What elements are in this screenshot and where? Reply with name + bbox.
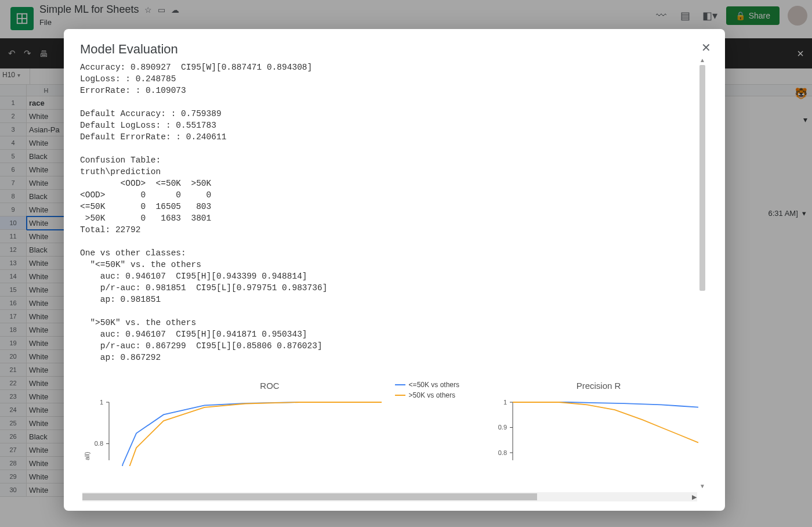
roc-svg: 10.8all) xyxy=(80,396,405,466)
svg-text:1: 1 xyxy=(503,399,507,406)
roc-legend: <=50K vs others >50K vs others xyxy=(395,381,459,402)
h-scroll-thumb[interactable] xyxy=(82,493,537,500)
close-icon[interactable]: ✕ xyxy=(701,41,711,55)
pr-chart: Precision R 10.90.8 xyxy=(488,381,709,468)
scroll-down-icon[interactable]: ▼ xyxy=(698,483,706,491)
svg-text:0.9: 0.9 xyxy=(498,424,507,431)
roc-chart: ROC <=50K vs others >50K vs others 10.8a… xyxy=(80,381,459,468)
pr-svg: 10.90.8 xyxy=(488,396,709,466)
dialog-title: Model Evaluation xyxy=(80,42,709,57)
dialog-scroll-area[interactable]: Accuracy: 0.890927 CI95[W][0.887471 0.89… xyxy=(80,57,709,505)
svg-text:0.8: 0.8 xyxy=(95,440,103,447)
model-evaluation-dialog: Model Evaluation ✕ Accuracy: 0.890927 CI… xyxy=(64,29,725,511)
evaluation-text: Accuracy: 0.890927 CI95[W][0.887471 0.89… xyxy=(80,62,709,363)
svg-text:0.8: 0.8 xyxy=(498,449,507,456)
scroll-up-icon[interactable]: ▲ xyxy=(698,57,706,65)
charts-row: ROC <=50K vs others >50K vs others 10.8a… xyxy=(80,381,709,468)
horizontal-scrollbar[interactable]: ◀ ▶ xyxy=(82,492,697,501)
pr-title: Precision R xyxy=(488,381,709,391)
svg-text:1: 1 xyxy=(100,399,103,406)
vertical-scrollbar[interactable]: ▲ ▼ xyxy=(698,57,706,491)
svg-text:all): all) xyxy=(84,452,90,460)
v-scroll-thumb[interactable] xyxy=(699,65,705,291)
scroll-right-icon[interactable]: ▶ xyxy=(690,492,698,501)
